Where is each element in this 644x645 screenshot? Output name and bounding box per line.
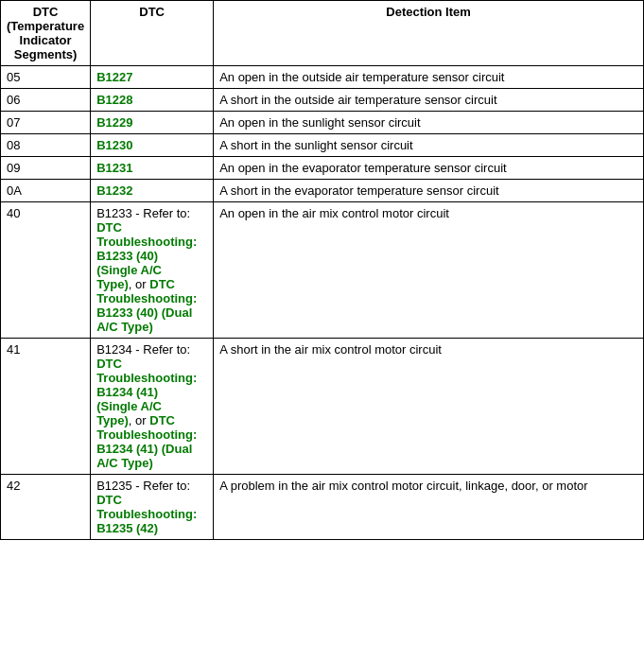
detection-item: A short in the evaporator temperature se… (214, 180, 644, 202)
dtc-prefix: B1234 - Refer to: (96, 342, 190, 357)
detection-item: A short in the outside air temperature s… (214, 89, 644, 112)
dtc-code: 42 (1, 475, 91, 540)
dtc-code: 05 (1, 66, 91, 89)
dtc-table: DTC(TemperatureIndicatorSegments) DTC De… (0, 0, 644, 540)
detection-item: An open in the sunlight sensor circuit (214, 112, 644, 134)
dtc-link[interactable]: B1229 (96, 115, 132, 130)
dtc-link-cell: B1234 - Refer to: DTCTroubleshooting:B12… (91, 339, 214, 475)
table-row: 05 B1227 An open in the outside air temp… (1, 66, 644, 89)
dtc-link[interactable]: B1232 (96, 183, 132, 198)
dtc-code: 41 (1, 339, 91, 475)
dtc-link-cell: B1235 - Refer to: DTCTroubleshooting:B12… (91, 475, 214, 540)
table-row: 40 B1233 - Refer to: DTCTroubleshooting:… (1, 202, 644, 339)
table-row: 41 B1234 - Refer to: DTCTroubleshooting:… (1, 339, 644, 475)
dtc-code: 06 (1, 89, 91, 112)
table-header: DTC(TemperatureIndicatorSegments) DTC De… (1, 1, 644, 66)
table-row: 09 B1231 An open in the evaporator tempe… (1, 157, 644, 180)
header-dtc-segments: DTC(TemperatureIndicatorSegments) (1, 1, 91, 66)
dtc-link[interactable]: B1231 (96, 161, 132, 175)
dtc-code: 40 (1, 202, 91, 339)
dtc-prefix: B1233 - Refer to: (96, 206, 190, 220)
dtc-link-cell: B1227 (91, 66, 214, 89)
header-detection-item: Detection Item (214, 1, 644, 66)
detection-item: An open in the air mix control motor cir… (214, 202, 644, 339)
dtc-link-cell: B1230 (91, 134, 214, 157)
table-row: 08 B1230 A short in the sunlight sensor … (1, 134, 644, 157)
detection-item: An open in the outside air temperature s… (214, 66, 644, 89)
dtc-link[interactable]: B1230 (96, 138, 132, 152)
dtc-link-cell: B1233 - Refer to: DTCTroubleshooting:B12… (91, 202, 214, 339)
dtc-code: 0A (1, 180, 91, 202)
detection-item: A short in the air mix control motor cir… (214, 339, 644, 475)
detection-item: A short in the sunlight sensor circuit (214, 134, 644, 157)
table-row: 06 B1228 A short in the outside air temp… (1, 89, 644, 112)
dtc-link-cell: B1228 (91, 89, 214, 112)
dtc-link-cell: B1231 (91, 157, 214, 180)
dtc-code: 08 (1, 134, 91, 157)
table-row: 07 B1229 An open in the sunlight sensor … (1, 112, 644, 134)
detection-item: An open in the evaporator temperature se… (214, 157, 644, 180)
dtc-link[interactable]: B1228 (96, 93, 132, 107)
dtc-code: 07 (1, 112, 91, 134)
detection-item: A problem in the air mix control motor c… (214, 475, 644, 540)
dtc-link-cell: B1229 (91, 112, 214, 134)
dtc-link-single[interactable]: DTCTroubleshooting:B1235 (42) (96, 493, 197, 535)
dtc-or-text: , or (129, 413, 149, 427)
table-row: 0A B1232 A short in the evaporator tempe… (1, 180, 644, 202)
header-dtc: DTC (91, 1, 214, 66)
dtc-or-text: , or (129, 277, 149, 291)
dtc-code: 09 (1, 157, 91, 180)
dtc-link-cell: B1232 (91, 180, 214, 202)
dtc-link[interactable]: B1227 (96, 70, 132, 84)
dtc-prefix: B1235 - Refer to: (96, 479, 190, 493)
table-row: 42 B1235 - Refer to: DTCTroubleshooting:… (1, 475, 644, 540)
